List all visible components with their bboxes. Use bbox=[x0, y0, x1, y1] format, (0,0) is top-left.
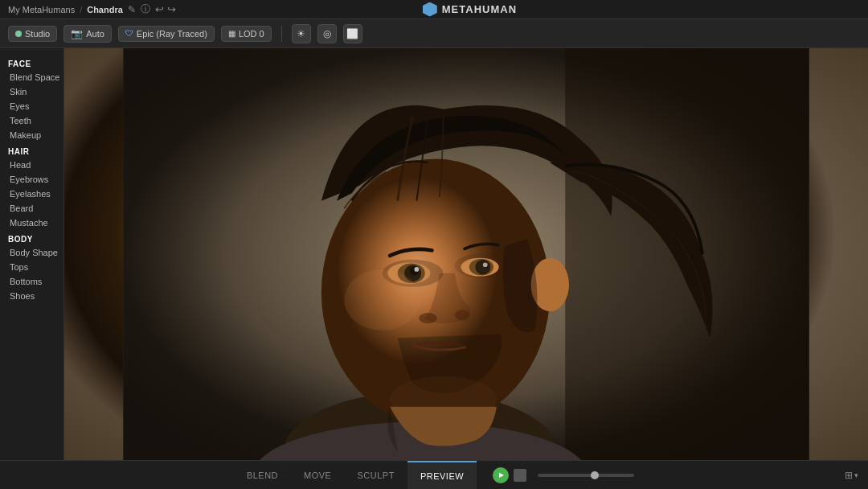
sidebar-item-skin[interactable]: Skin bbox=[0, 84, 63, 99]
undo-button[interactable]: ↩ bbox=[155, 3, 164, 15]
sidebar-item-body-shape[interactable]: Body Shape bbox=[0, 245, 63, 260]
sidebar-item-teeth[interactable]: Teeth bbox=[0, 113, 63, 128]
tab-blend[interactable]: BLEND bbox=[234, 461, 291, 489]
svg-point-19 bbox=[455, 310, 470, 320]
sidebar-item-eyelashes[interactable]: Eyelashes bbox=[0, 187, 63, 201]
svg-point-16 bbox=[475, 260, 490, 275]
auto-label: Auto bbox=[86, 29, 104, 39]
character-render bbox=[64, 48, 868, 460]
studio-label: Studio bbox=[25, 29, 50, 39]
titlebar: My MetaHumans / Chandra ✎ ⓘ ↩ ↪ METAHUMA… bbox=[0, 0, 868, 19]
sidebar-item-shoes[interactable]: Shoes bbox=[0, 289, 63, 303]
lighting-button[interactable]: ☀ bbox=[292, 24, 311, 43]
body-section-title: BODY bbox=[0, 230, 63, 245]
undo-redo-group: ↩ ↪ bbox=[155, 3, 176, 15]
play-button[interactable]: ▶ bbox=[493, 467, 509, 483]
svg-point-18 bbox=[419, 313, 437, 323]
camera-view-button[interactable]: ◎ bbox=[317, 24, 337, 43]
playback-controls: ▶ bbox=[493, 467, 634, 483]
lod-button[interactable]: ▦ LOD 0 bbox=[221, 26, 272, 42]
tab-preview[interactable]: PREVIEW bbox=[407, 461, 477, 489]
face-section-title: FACE bbox=[0, 55, 63, 70]
sidebar-item-blend-space[interactable]: Blend Space bbox=[0, 70, 63, 84]
render-label: Epic (Ray Traced) bbox=[137, 29, 207, 39]
grid-chevron-icon: ▾ bbox=[854, 471, 858, 479]
hair-section-title: HAIR bbox=[0, 142, 63, 158]
grid-layout-button[interactable]: ⊞ ▾ bbox=[845, 470, 858, 481]
character-svg bbox=[64, 48, 868, 460]
camera-icon: 📷 bbox=[71, 28, 83, 39]
svg-point-21 bbox=[344, 269, 420, 331]
sidebar-item-head[interactable]: Head bbox=[0, 158, 63, 172]
stop-button[interactable] bbox=[514, 469, 526, 482]
lod-icon: ▦ bbox=[228, 29, 235, 38]
render-button[interactable]: 🛡 Epic (Ray Traced) bbox=[118, 26, 215, 42]
viewport[interactable] bbox=[64, 48, 868, 460]
breadcrumb-active[interactable]: Chandra bbox=[87, 5, 123, 14]
metahuman-logo: METAHUMAN bbox=[423, 2, 517, 17]
sidebar-item-bottoms[interactable]: Bottoms bbox=[0, 274, 63, 289]
toolbar-separator bbox=[281, 26, 282, 42]
svg-point-13 bbox=[415, 267, 420, 272]
bottom-bar: BLEND MOVE SCULPT PREVIEW ▶ ⊞ ▾ bbox=[0, 460, 868, 489]
grid-icon: ⊞ bbox=[845, 470, 853, 481]
studio-dot-icon bbox=[15, 31, 22, 37]
settings-button[interactable]: ⬜ bbox=[343, 24, 362, 43]
studio-button[interactable]: Studio bbox=[8, 26, 57, 42]
scrubber-thumb[interactable] bbox=[591, 471, 599, 479]
lod-label: LOD 0 bbox=[239, 29, 264, 39]
sidebar-item-tops[interactable]: Tops bbox=[0, 260, 63, 274]
info-icon[interactable]: ⓘ bbox=[141, 2, 150, 16]
metahuman-logo-icon bbox=[423, 2, 437, 17]
tab-sculpt[interactable]: SCULPT bbox=[344, 461, 407, 489]
metahuman-logo-text: METAHUMAN bbox=[442, 3, 517, 15]
edit-icon[interactable]: ✎ bbox=[128, 4, 136, 15]
sidebar-item-makeup[interactable]: Makeup bbox=[0, 128, 63, 142]
redo-button[interactable]: ↪ bbox=[167, 3, 176, 15]
auto-button[interactable]: 📷 Auto bbox=[63, 25, 112, 43]
sidebar: FACE Blend Space Skin Eyes Teeth Makeup … bbox=[0, 48, 64, 460]
tab-move[interactable]: MOVE bbox=[291, 461, 344, 489]
main-area: FACE Blend Space Skin Eyes Teeth Makeup … bbox=[0, 48, 868, 460]
scrubber-track[interactable] bbox=[538, 474, 634, 477]
breadcrumb-root[interactable]: My MetaHumans bbox=[8, 5, 75, 14]
sidebar-item-mustache[interactable]: Mustache bbox=[0, 216, 63, 230]
sidebar-item-eyebrows[interactable]: Eyebrows bbox=[0, 172, 63, 187]
breadcrumb-separator: / bbox=[80, 5, 82, 14]
svg-point-17 bbox=[483, 262, 488, 267]
sidebar-item-beard[interactable]: Beard bbox=[0, 201, 63, 216]
toolbar: Studio 📷 Auto 🛡 Epic (Ray Traced) ▦ LOD … bbox=[0, 19, 868, 48]
render-icon: 🛡 bbox=[125, 29, 133, 38]
sidebar-item-eyes[interactable]: Eyes bbox=[0, 99, 63, 113]
breadcrumb: My MetaHumans / Chandra ✎ ⓘ ↩ ↪ bbox=[8, 2, 176, 16]
